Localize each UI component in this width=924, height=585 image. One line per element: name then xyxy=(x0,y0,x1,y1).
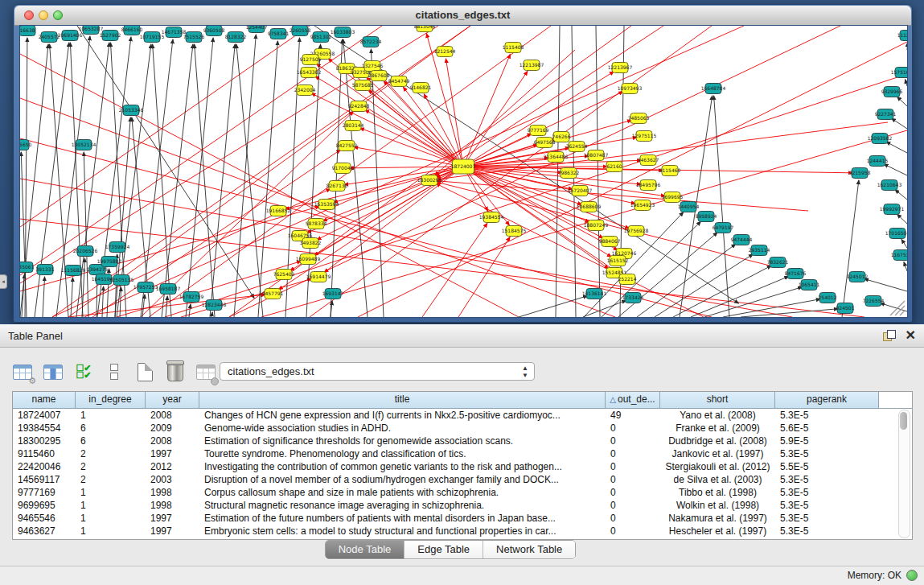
new-table-icon[interactable] xyxy=(133,360,156,383)
graph-node[interactable]: 9245012 xyxy=(847,272,869,282)
graph-node[interactable]: 1212544 xyxy=(434,47,456,57)
graph-node[interactable]: 252214 xyxy=(618,274,637,285)
graph-node[interactable]: 8572234 xyxy=(360,37,382,47)
graph-node[interactable]: 1244415 xyxy=(867,156,889,167)
graph-node[interactable]: 2405572 xyxy=(39,32,60,43)
citation-network-graph[interactable]: 1663824055722069140610653287152790284661… xyxy=(20,26,907,317)
graph-node[interactable]: 1733426 xyxy=(622,293,644,303)
graph-node[interactable]: 20691406 xyxy=(58,31,83,41)
network-canvas[interactable]: 1663824055722069140610653287152790284661… xyxy=(19,25,908,318)
graph-node[interactable]: 5875685 xyxy=(352,80,374,91)
table-row[interactable]: 1830029562008Estimation of significance … xyxy=(13,435,912,447)
graph-node[interactable]: 835061 xyxy=(20,262,35,273)
graph-node[interactable]: 12093582 xyxy=(868,134,893,144)
graph-node[interactable]: 7625402 xyxy=(273,270,295,280)
graph-node[interactable]: 17359924 xyxy=(105,242,130,253)
graph-node[interactable]: 2803144 xyxy=(343,121,364,131)
graph-node[interactable]: 2526650 xyxy=(20,140,32,150)
graph-node[interactable]: 10807487 xyxy=(584,150,609,161)
graph-node[interactable]: 1065411 xyxy=(799,280,820,290)
graph-node[interactable]: 9115460 xyxy=(659,166,681,176)
column-header-pagerank[interactable]: pagerank xyxy=(775,392,879,408)
graph-node[interactable]: 17016504 xyxy=(885,229,907,239)
graph-node[interactable]: 12213987 xyxy=(519,60,544,71)
graph-node[interactable]: 1115408 xyxy=(503,43,524,53)
table-row[interactable]: 969969511998Structural magnetic resonanc… xyxy=(13,499,912,512)
table-row[interactable]: 1938455462009Genome-wide association stu… xyxy=(13,422,912,435)
close-panel-icon[interactable]: ✕ xyxy=(906,328,916,343)
graph-node[interactable]: 16638 xyxy=(20,26,35,36)
graph-node[interactable]: 62160 xyxy=(606,162,622,172)
graph-node[interactable]: 19166852 xyxy=(266,206,291,216)
delete-column-icon[interactable] xyxy=(164,360,187,383)
graph-node[interactable]: 1112160 xyxy=(897,31,907,41)
resize-grip-icon[interactable] xyxy=(900,311,905,315)
graph-node[interactable]: 21053346 xyxy=(119,105,144,116)
table-row[interactable]: 946554611997Estimation of the future num… xyxy=(13,512,912,525)
graph-node[interactable]: 21364486 xyxy=(544,152,569,163)
graph-node[interactable]: 7986322 xyxy=(558,168,580,179)
table-selector-dropdown[interactable]: citations_edges.txt ▲▼ xyxy=(220,362,535,381)
table-row[interactable]: 977716911998Corpus callosum shape and si… xyxy=(13,486,912,499)
graph-node[interactable]: 16958187 xyxy=(156,284,181,295)
graph-node[interactable]: 18300295 xyxy=(417,175,442,186)
graph-node[interactable]: 9777169 xyxy=(528,126,549,136)
graph-node[interactable]: 9463627 xyxy=(638,155,659,166)
column-header-short[interactable]: short xyxy=(660,392,775,408)
graph-node[interactable]: 19384554 xyxy=(479,212,504,223)
graph-node[interactable]: 8427552 xyxy=(336,141,358,151)
graph-node[interactable]: 7515526 xyxy=(183,32,205,43)
graph-node[interactable]: 7832621 xyxy=(767,257,789,268)
column-header-year[interactable]: year xyxy=(146,392,199,408)
tab-node-table[interactable]: Node Table xyxy=(326,541,405,558)
graph-node[interactable]: 1440954 xyxy=(678,202,700,212)
graph-node[interactable]: 15751074 xyxy=(891,68,907,78)
table-row[interactable]: 1456911722003Disruption of a novel membe… xyxy=(13,473,912,486)
graph-node[interactable]: 7485063 xyxy=(628,113,650,124)
graph-node[interactable]: 16648784 xyxy=(701,84,726,94)
graph-node[interactable]: 9884067 xyxy=(599,237,621,247)
table-row[interactable]: 946362711997Embryonic stem cells: a mode… xyxy=(13,525,912,538)
graph-node[interactable]: 8128322 xyxy=(225,32,247,43)
graph-node[interactable]: 15720407 xyxy=(568,186,593,196)
select-rows-icon[interactable]: ☐✔☐✔ xyxy=(72,360,95,383)
graph-node[interactable]: 16543382 xyxy=(297,68,322,78)
graph-node[interactable]: 9170046 xyxy=(332,163,354,174)
collapse-left-panel-handle[interactable]: ◂ xyxy=(0,274,7,289)
graph-node[interactable]: 9851302 xyxy=(310,32,332,43)
graph-node[interactable]: 18724007 xyxy=(451,159,476,174)
graph-node[interactable]: 9474444 xyxy=(731,235,753,245)
graph-node[interactable]: 9329966 xyxy=(881,87,903,97)
graph-node[interactable]: 19992971 xyxy=(880,204,905,215)
graph-node[interactable]: 19654923 xyxy=(630,200,655,211)
graph-node[interactable]: 2867608 xyxy=(368,71,390,81)
graph-node[interactable]: 2935114 xyxy=(749,245,770,256)
graph-node[interactable]: 16033803 xyxy=(331,27,355,38)
window-titlebar[interactable]: citations_edges.txt xyxy=(14,6,911,26)
float-panel-icon[interactable] xyxy=(883,330,896,341)
graph-node[interactable]: 9699695 xyxy=(662,192,684,203)
graph-node[interactable]: 9146821 xyxy=(410,83,432,93)
table-row[interactable]: 2242004622012Investigating the contribut… xyxy=(13,460,912,473)
graph-node[interactable]: 17957253 xyxy=(133,282,158,293)
graph-node[interactable]: 9227341 xyxy=(875,109,897,120)
graph-node[interactable]: 9127505 xyxy=(300,55,322,65)
graph-node[interactable]: 8471676 xyxy=(785,269,807,279)
resize-grip-icon[interactable] xyxy=(895,306,905,315)
vertical-scrollbar[interactable] xyxy=(898,410,910,538)
row-height-icon[interactable] xyxy=(103,360,125,383)
graph-node[interactable]: 3493822 xyxy=(300,238,322,249)
graph-node[interactable]: 16782759 xyxy=(179,292,204,303)
graph-node[interactable]: 1693147 xyxy=(322,289,344,299)
graph-node[interactable]: 6479197 xyxy=(713,223,734,233)
graph-node[interactable]: 8454749 xyxy=(388,76,410,87)
graph-node[interactable]: 1254407 xyxy=(246,26,268,33)
graph-node[interactable]: 9758341 xyxy=(268,29,290,39)
graph-node[interactable]: 2342004 xyxy=(294,85,316,96)
column-header-title[interactable]: title xyxy=(199,392,606,408)
graph-node[interactable]: 9242848 xyxy=(348,101,370,112)
graph-node[interactable]: 20206526 xyxy=(73,246,98,257)
graph-node[interactable]: 1527902 xyxy=(100,31,121,41)
graph-node[interactable]: 3624554 xyxy=(566,142,588,152)
graph-node[interactable]: 254012 xyxy=(819,293,837,303)
